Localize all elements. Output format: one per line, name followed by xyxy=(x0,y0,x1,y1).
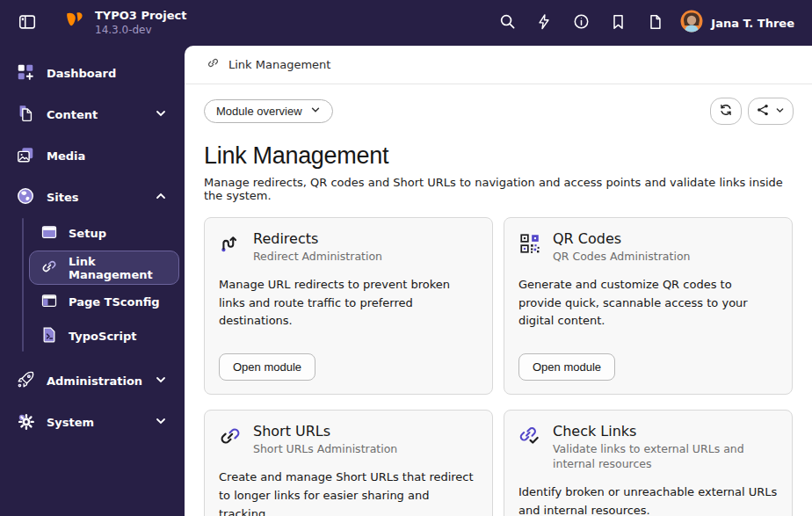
chevron-up-icon xyxy=(155,190,167,205)
dashboard-icon xyxy=(16,62,35,84)
link-check-icon xyxy=(518,423,541,451)
search-icon xyxy=(499,13,516,33)
card-description: Generate and customize QR codes to provi… xyxy=(518,276,778,331)
card-short-urls: Short URLs Short URLs Administration Cre… xyxy=(204,410,493,516)
reload-button[interactable] xyxy=(710,98,742,125)
module-body: Link Management Manage redirects, QR cod… xyxy=(185,125,812,516)
bookmark-icon xyxy=(611,14,626,33)
flash-messages-button[interactable] xyxy=(529,8,559,38)
card-title: QR Codes xyxy=(553,230,690,247)
module-card-grid: Redirects Redirect Administration Manage… xyxy=(204,217,793,516)
administration-icon xyxy=(16,370,35,392)
link-icon xyxy=(207,56,220,73)
sidebar-item-administration[interactable]: Administration xyxy=(0,360,185,402)
sidebar-item-link-management[interactable]: Link Management xyxy=(29,251,179,285)
open-module-button-qr-codes[interactable]: Open module xyxy=(518,353,615,381)
module-select-label: Module overview xyxy=(216,105,302,118)
sidebar-item-label: Link Management xyxy=(69,255,168,281)
sidebar-item-label: Setup xyxy=(69,227,106,240)
card-subtitle: Short URLs Administration xyxy=(253,442,397,457)
sidebar-item-label: Content xyxy=(47,108,98,121)
share-button[interactable] xyxy=(748,98,794,125)
sidebar-item-page-tsconfig[interactable]: Page TSconfig xyxy=(29,285,179,319)
link-icon xyxy=(219,423,242,451)
user-name: Jana T. Three xyxy=(711,17,794,30)
typoscript-icon xyxy=(40,326,58,346)
typo3-logo xyxy=(63,10,86,36)
module-menu: Dashboard Content xyxy=(0,46,185,516)
help-button[interactable] xyxy=(566,8,596,38)
card-title: Check Links xyxy=(553,423,778,440)
sidebar-item-label: System xyxy=(47,416,94,429)
search-button[interactable] xyxy=(492,8,522,38)
card-subtitle: QR Codes Administration xyxy=(553,250,690,265)
avatar xyxy=(680,10,703,36)
chevron-down-icon xyxy=(155,374,167,389)
module-overview-select[interactable]: Module overview xyxy=(204,99,333,123)
breadcrumb: Link Management xyxy=(185,46,812,84)
open-document-button[interactable] xyxy=(640,8,670,38)
refresh-icon xyxy=(719,103,733,120)
card-qr-codes: QR Codes QR Codes Administration Generat… xyxy=(504,217,793,395)
sites-icon xyxy=(16,186,35,208)
user-menu[interactable]: Jana T. Three xyxy=(680,10,794,36)
breadcrumb-label[interactable]: Link Management xyxy=(228,58,330,71)
bookmarks-button[interactable] xyxy=(603,8,633,38)
sites-submenu: Setup Link Management xyxy=(0,216,179,353)
card-description: Create and manage Short URLs that redire… xyxy=(219,469,478,516)
module-frame: Link Management Module overview xyxy=(185,46,812,516)
sidebar-item-content[interactable]: Content xyxy=(0,94,185,135)
share-icon xyxy=(757,104,769,119)
chevron-down-icon xyxy=(155,415,167,430)
info-icon xyxy=(573,13,590,33)
link-icon xyxy=(40,258,58,278)
sidebar-item-dashboard[interactable]: Dashboard xyxy=(0,53,185,94)
sidebar-item-sites[interactable]: Sites xyxy=(0,177,185,218)
card-title: Short URLs xyxy=(253,423,397,440)
system-icon xyxy=(16,411,35,433)
card-subtitle: Validate links to external URLs and inte… xyxy=(553,442,778,472)
project-name: TYPO3 Project xyxy=(95,9,187,23)
chevron-down-icon xyxy=(775,105,785,118)
card-title: Redirects xyxy=(253,230,382,247)
sidebar-item-system[interactable]: System xyxy=(0,402,185,443)
page-description: Manage redirects, QR codes and Short URL… xyxy=(204,176,793,202)
page-title: Link Management xyxy=(204,142,793,170)
card-description: Manage URL redirects to prevent broken l… xyxy=(219,276,478,331)
sidebar-collapse-button[interactable] xyxy=(14,9,40,38)
sidebar-item-label: TypoScript xyxy=(69,330,137,343)
sidebar-item-label: Media xyxy=(47,149,85,163)
sidebar-item-label: Dashboard xyxy=(47,67,116,80)
topbar: TYPO3 Project 14.3.0-dev xyxy=(0,0,812,46)
chevron-down-icon xyxy=(310,105,321,118)
brand[interactable]: TYPO3 Project 14.3.0-dev xyxy=(63,9,187,36)
card-description: Identify broken or unreachable external … xyxy=(518,483,778,516)
sidebar-item-setup[interactable]: Setup xyxy=(29,216,179,251)
sidebar-collapse-icon xyxy=(18,12,37,34)
media-icon xyxy=(16,145,35,167)
redirect-icon xyxy=(219,230,242,258)
card-check-links: Check Links Validate links to external U… xyxy=(504,410,793,516)
content-icon xyxy=(16,104,35,126)
sidebar-item-typoscript[interactable]: TypoScript xyxy=(29,319,179,353)
card-subtitle: Redirect Administration xyxy=(253,250,382,265)
setup-icon xyxy=(40,223,58,243)
chevron-down-icon xyxy=(155,107,167,122)
sidebar-item-label: Administration xyxy=(47,374,142,388)
project-version: 14.3.0-dev xyxy=(95,24,187,37)
sidebar-item-label: Sites xyxy=(47,191,79,204)
qrcode-icon xyxy=(518,230,541,258)
docheader: Module overview xyxy=(185,84,812,125)
open-module-button-redirects[interactable]: Open module xyxy=(219,353,315,381)
sidebar-item-label: Page TSconfig xyxy=(69,295,160,309)
bolt-icon xyxy=(536,14,552,33)
page-tsconfig-icon xyxy=(40,292,58,312)
card-redirects: Redirects Redirect Administration Manage… xyxy=(204,217,493,395)
sidebar-item-media[interactable]: Media xyxy=(0,135,185,177)
file-icon xyxy=(648,14,663,33)
